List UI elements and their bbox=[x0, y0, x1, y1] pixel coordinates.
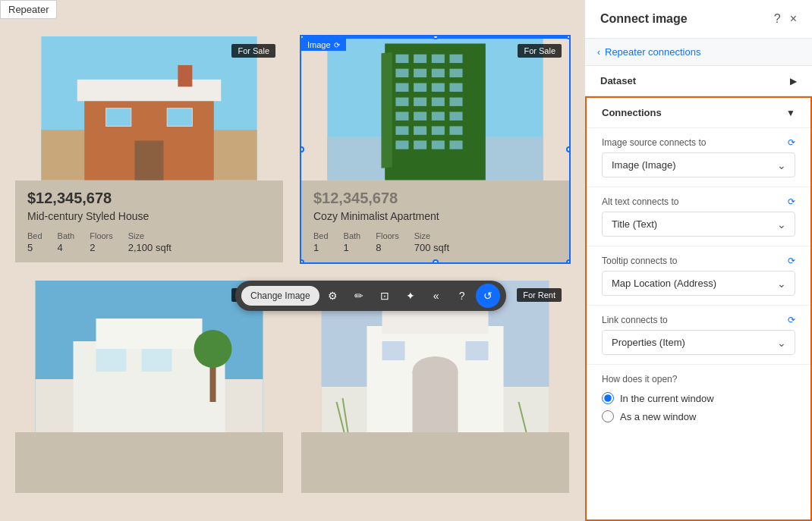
sel-handle-br[interactable] bbox=[566, 259, 569, 262]
close-panel-icon[interactable]: × bbox=[790, 12, 797, 26]
back-link-text: Repeater connections bbox=[605, 46, 700, 58]
floors-val-2: 8 bbox=[376, 242, 399, 253]
help-button[interactable]: ? bbox=[450, 284, 474, 308]
sel-handle-mr[interactable] bbox=[566, 146, 569, 152]
sync-icon: ⟳ bbox=[334, 41, 340, 49]
link-button[interactable]: ↺ bbox=[476, 284, 500, 308]
arrow-button[interactable]: « bbox=[424, 284, 448, 308]
bath-val-1: 4 bbox=[58, 242, 75, 253]
new-window-row: As a new window bbox=[602, 410, 795, 422]
svg-rect-11 bbox=[395, 55, 408, 63]
back-link[interactable]: ‹ Repeater connections bbox=[597, 46, 800, 58]
alt-text-link-icon[interactable]: ⟳ bbox=[788, 196, 795, 207]
floors-val-1: 2 bbox=[90, 242, 113, 253]
current-window-label[interactable]: In the current window bbox=[620, 393, 714, 404]
canvas-area: Repeater bbox=[0, 0, 584, 521]
card-2-price: $12,345,678 bbox=[313, 190, 557, 207]
card-4[interactable]: For Rent bbox=[301, 281, 569, 507]
svg-rect-22 bbox=[449, 83, 462, 92]
card-1-badge: For Sale bbox=[231, 44, 275, 58]
settings-button[interactable]: ⚙ bbox=[321, 284, 345, 308]
card-2-image bbox=[301, 36, 569, 180]
edit-button[interactable]: ✏ bbox=[347, 284, 371, 308]
svg-rect-23 bbox=[395, 98, 408, 106]
card-2[interactable]: Image ⟳ bbox=[301, 36, 569, 262]
open-section: How does it open? In the current window … bbox=[587, 365, 810, 438]
svg-rect-20 bbox=[414, 83, 426, 92]
dataset-section[interactable]: Dataset ▶ bbox=[585, 66, 812, 96]
cards-grid: For Sale $12,345,678 Mid-century Styled … bbox=[0, 0, 584, 521]
link-select[interactable]: Properties (Item) bbox=[602, 330, 795, 355]
link-link-icon[interactable]: ⟳ bbox=[788, 315, 795, 325]
svg-rect-24 bbox=[414, 98, 426, 106]
svg-rect-33 bbox=[432, 126, 445, 134]
svg-rect-35 bbox=[395, 140, 408, 149]
crop-button[interactable]: ⊡ bbox=[373, 284, 397, 308]
connections-box: Connections ▼ Image source connects to ⟳… bbox=[585, 96, 812, 521]
image-source-link-icon[interactable]: ⟳ bbox=[788, 137, 795, 148]
card-4-info bbox=[301, 432, 569, 493]
connections-title: Connections bbox=[602, 107, 662, 118]
svg-rect-55 bbox=[466, 341, 489, 360]
svg-rect-32 bbox=[414, 126, 426, 134]
floors-label-2: Floors bbox=[376, 231, 399, 240]
card-1-info: $12,345,678 Mid-century Styled House Bed… bbox=[15, 180, 283, 262]
alt-text-select[interactable]: Title (Text) bbox=[602, 212, 795, 237]
svg-rect-29 bbox=[432, 111, 445, 120]
bath-val-2: 1 bbox=[344, 242, 361, 253]
svg-rect-46 bbox=[96, 349, 127, 372]
bed-label-1: Bed bbox=[27, 231, 42, 240]
dataset-label: Dataset bbox=[600, 75, 636, 86]
svg-rect-7 bbox=[178, 65, 192, 86]
tooltip-link-icon[interactable]: ⟳ bbox=[788, 256, 795, 266]
back-nav[interactable]: ‹ Repeater connections bbox=[585, 39, 812, 66]
sel-handle-bc[interactable] bbox=[433, 259, 439, 262]
alt-text-label: Alt text connects to ⟳ bbox=[602, 196, 795, 207]
bed-val-2: 1 bbox=[313, 242, 329, 253]
alt-text-row: Alt text connects to ⟳ Title (Text) bbox=[587, 187, 810, 246]
svg-rect-31 bbox=[395, 126, 408, 134]
svg-point-45 bbox=[194, 330, 232, 368]
change-image-button[interactable]: Change Image bbox=[241, 286, 319, 306]
card-1[interactable]: For Sale $12,345,678 Mid-century Styled … bbox=[15, 36, 283, 262]
svg-rect-14 bbox=[449, 55, 462, 63]
svg-rect-25 bbox=[432, 98, 445, 106]
svg-rect-39 bbox=[381, 52, 392, 168]
svg-rect-18 bbox=[449, 69, 462, 77]
new-window-label[interactable]: As a new window bbox=[620, 411, 696, 422]
dataset-arrow-icon: ▶ bbox=[790, 76, 797, 86]
svg-rect-3 bbox=[77, 80, 222, 101]
tooltip-row: Tooltip connects to ⟳ Map Location (Addr… bbox=[587, 246, 810, 306]
card-1-price: $12,345,678 bbox=[27, 190, 271, 207]
size-val-1: 2,100 sqft bbox=[128, 242, 172, 253]
svg-rect-47 bbox=[142, 349, 172, 372]
help-panel-icon[interactable]: ? bbox=[774, 12, 781, 26]
card-1-title: Mid-century Styled House bbox=[27, 210, 271, 222]
svg-rect-16 bbox=[414, 69, 426, 77]
image-source-select[interactable]: Image (Image) bbox=[602, 152, 795, 177]
connections-toggle-icon[interactable]: ▼ bbox=[786, 108, 795, 118]
tooltip-select[interactable]: Map Location (Address) bbox=[602, 271, 795, 296]
svg-rect-17 bbox=[432, 69, 445, 77]
link-label: Link connects to ⟳ bbox=[602, 315, 795, 325]
svg-rect-6 bbox=[135, 140, 164, 180]
panel-title: Connect image bbox=[600, 12, 688, 26]
image-element-tag: Image ⟳ bbox=[301, 39, 346, 51]
svg-point-53 bbox=[413, 356, 458, 387]
card-1-stats: Bed5 Bath4 Floors2 Size2,100 sqft bbox=[27, 231, 271, 253]
magic-button[interactable]: ✦ bbox=[398, 284, 423, 308]
size-label-2: Size bbox=[414, 231, 449, 240]
card-3[interactable]: For Sale bbox=[15, 281, 283, 507]
back-chevron-icon: ‹ bbox=[597, 47, 600, 58]
svg-rect-10 bbox=[385, 43, 486, 180]
bed-val-1: 5 bbox=[27, 242, 42, 253]
svg-rect-30 bbox=[449, 111, 462, 120]
new-window-radio[interactable] bbox=[602, 410, 614, 422]
svg-rect-34 bbox=[449, 126, 462, 134]
repeater-tab[interactable]: Repeater bbox=[0, 0, 57, 19]
svg-rect-38 bbox=[449, 140, 462, 149]
card-3-info bbox=[15, 432, 283, 493]
svg-rect-4 bbox=[106, 108, 131, 127]
current-window-radio[interactable] bbox=[602, 392, 614, 404]
card-1-image bbox=[15, 36, 283, 180]
